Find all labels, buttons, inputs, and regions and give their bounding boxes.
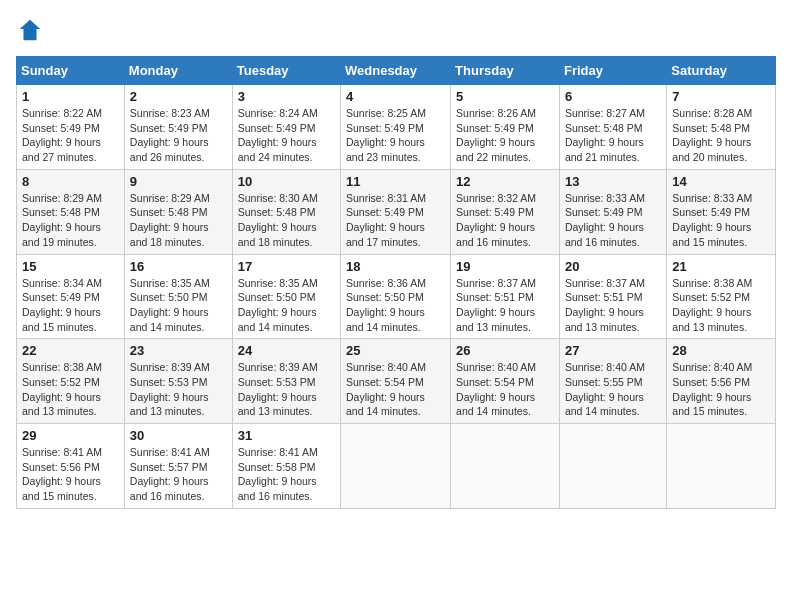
- calendar-cell: 29Sunrise: 8:41 AMSunset: 5:56 PMDayligh…: [17, 424, 125, 509]
- calendar-cell: 30Sunrise: 8:41 AMSunset: 5:57 PMDayligh…: [124, 424, 232, 509]
- day-number: 21: [672, 259, 770, 274]
- day-number: 13: [565, 174, 661, 189]
- day-info: Sunrise: 8:41 AMSunset: 5:58 PMDaylight:…: [238, 445, 335, 504]
- calendar-cell: 14Sunrise: 8:33 AMSunset: 5:49 PMDayligh…: [667, 169, 776, 254]
- calendar-cell: 21Sunrise: 8:38 AMSunset: 5:52 PMDayligh…: [667, 254, 776, 339]
- day-info: Sunrise: 8:40 AMSunset: 5:54 PMDaylight:…: [456, 360, 554, 419]
- day-info: Sunrise: 8:32 AMSunset: 5:49 PMDaylight:…: [456, 191, 554, 250]
- day-info: Sunrise: 8:25 AMSunset: 5:49 PMDaylight:…: [346, 106, 445, 165]
- day-number: 10: [238, 174, 335, 189]
- day-number: 7: [672, 89, 770, 104]
- svg-marker-0: [20, 20, 41, 41]
- day-info: Sunrise: 8:40 AMSunset: 5:56 PMDaylight:…: [672, 360, 770, 419]
- day-info: Sunrise: 8:22 AMSunset: 5:49 PMDaylight:…: [22, 106, 119, 165]
- day-number: 24: [238, 343, 335, 358]
- day-info: Sunrise: 8:27 AMSunset: 5:48 PMDaylight:…: [565, 106, 661, 165]
- calendar-cell: 17Sunrise: 8:35 AMSunset: 5:50 PMDayligh…: [232, 254, 340, 339]
- calendar-week-row: 1Sunrise: 8:22 AMSunset: 5:49 PMDaylight…: [17, 85, 776, 170]
- calendar-cell: 7Sunrise: 8:28 AMSunset: 5:48 PMDaylight…: [667, 85, 776, 170]
- day-info: Sunrise: 8:41 AMSunset: 5:57 PMDaylight:…: [130, 445, 227, 504]
- calendar-cell: 27Sunrise: 8:40 AMSunset: 5:55 PMDayligh…: [559, 339, 666, 424]
- calendar-week-row: 22Sunrise: 8:38 AMSunset: 5:52 PMDayligh…: [17, 339, 776, 424]
- day-number: 15: [22, 259, 119, 274]
- day-info: Sunrise: 8:29 AMSunset: 5:48 PMDaylight:…: [22, 191, 119, 250]
- day-number: 28: [672, 343, 770, 358]
- calendar-cell: 8Sunrise: 8:29 AMSunset: 5:48 PMDaylight…: [17, 169, 125, 254]
- calendar-cell: 23Sunrise: 8:39 AMSunset: 5:53 PMDayligh…: [124, 339, 232, 424]
- day-number: 11: [346, 174, 445, 189]
- day-info: Sunrise: 8:26 AMSunset: 5:49 PMDaylight:…: [456, 106, 554, 165]
- calendar-cell: 5Sunrise: 8:26 AMSunset: 5:49 PMDaylight…: [451, 85, 560, 170]
- day-info: Sunrise: 8:31 AMSunset: 5:49 PMDaylight:…: [346, 191, 445, 250]
- calendar-cell: 20Sunrise: 8:37 AMSunset: 5:51 PMDayligh…: [559, 254, 666, 339]
- calendar-header-wednesday: Wednesday: [341, 57, 451, 85]
- day-number: 5: [456, 89, 554, 104]
- day-number: 25: [346, 343, 445, 358]
- day-info: Sunrise: 8:33 AMSunset: 5:49 PMDaylight:…: [565, 191, 661, 250]
- day-number: 12: [456, 174, 554, 189]
- calendar-cell: 15Sunrise: 8:34 AMSunset: 5:49 PMDayligh…: [17, 254, 125, 339]
- calendar-cell: 10Sunrise: 8:30 AMSunset: 5:48 PMDayligh…: [232, 169, 340, 254]
- calendar-cell: 16Sunrise: 8:35 AMSunset: 5:50 PMDayligh…: [124, 254, 232, 339]
- calendar-cell: 6Sunrise: 8:27 AMSunset: 5:48 PMDaylight…: [559, 85, 666, 170]
- calendar-cell: 12Sunrise: 8:32 AMSunset: 5:49 PMDayligh…: [451, 169, 560, 254]
- calendar-cell: 24Sunrise: 8:39 AMSunset: 5:53 PMDayligh…: [232, 339, 340, 424]
- page-header: [16, 16, 776, 44]
- calendar-cell: 28Sunrise: 8:40 AMSunset: 5:56 PMDayligh…: [667, 339, 776, 424]
- calendar-cell: 3Sunrise: 8:24 AMSunset: 5:49 PMDaylight…: [232, 85, 340, 170]
- day-info: Sunrise: 8:39 AMSunset: 5:53 PMDaylight:…: [238, 360, 335, 419]
- day-number: 27: [565, 343, 661, 358]
- day-info: Sunrise: 8:40 AMSunset: 5:55 PMDaylight:…: [565, 360, 661, 419]
- day-info: Sunrise: 8:39 AMSunset: 5:53 PMDaylight:…: [130, 360, 227, 419]
- day-number: 19: [456, 259, 554, 274]
- calendar-cell: 11Sunrise: 8:31 AMSunset: 5:49 PMDayligh…: [341, 169, 451, 254]
- day-info: Sunrise: 8:40 AMSunset: 5:54 PMDaylight:…: [346, 360, 445, 419]
- day-info: Sunrise: 8:35 AMSunset: 5:50 PMDaylight:…: [238, 276, 335, 335]
- calendar-header-saturday: Saturday: [667, 57, 776, 85]
- logo: [16, 16, 46, 44]
- day-number: 17: [238, 259, 335, 274]
- day-number: 26: [456, 343, 554, 358]
- logo-icon: [16, 16, 44, 44]
- calendar-cell: [667, 424, 776, 509]
- day-number: 29: [22, 428, 119, 443]
- calendar-cell: 13Sunrise: 8:33 AMSunset: 5:49 PMDayligh…: [559, 169, 666, 254]
- calendar-cell: 25Sunrise: 8:40 AMSunset: 5:54 PMDayligh…: [341, 339, 451, 424]
- calendar-cell: 19Sunrise: 8:37 AMSunset: 5:51 PMDayligh…: [451, 254, 560, 339]
- calendar-week-row: 29Sunrise: 8:41 AMSunset: 5:56 PMDayligh…: [17, 424, 776, 509]
- day-number: 30: [130, 428, 227, 443]
- day-number: 8: [22, 174, 119, 189]
- calendar-cell: 31Sunrise: 8:41 AMSunset: 5:58 PMDayligh…: [232, 424, 340, 509]
- day-info: Sunrise: 8:36 AMSunset: 5:50 PMDaylight:…: [346, 276, 445, 335]
- day-number: 2: [130, 89, 227, 104]
- day-number: 22: [22, 343, 119, 358]
- day-info: Sunrise: 8:29 AMSunset: 5:48 PMDaylight:…: [130, 191, 227, 250]
- calendar-cell: 22Sunrise: 8:38 AMSunset: 5:52 PMDayligh…: [17, 339, 125, 424]
- calendar-header-tuesday: Tuesday: [232, 57, 340, 85]
- calendar-table: SundayMondayTuesdayWednesdayThursdayFrid…: [16, 56, 776, 509]
- day-number: 20: [565, 259, 661, 274]
- day-number: 14: [672, 174, 770, 189]
- day-info: Sunrise: 8:35 AMSunset: 5:50 PMDaylight:…: [130, 276, 227, 335]
- calendar-header-friday: Friday: [559, 57, 666, 85]
- day-info: Sunrise: 8:28 AMSunset: 5:48 PMDaylight:…: [672, 106, 770, 165]
- day-info: Sunrise: 8:38 AMSunset: 5:52 PMDaylight:…: [672, 276, 770, 335]
- day-number: 31: [238, 428, 335, 443]
- day-number: 18: [346, 259, 445, 274]
- calendar-header-sunday: Sunday: [17, 57, 125, 85]
- calendar-header-monday: Monday: [124, 57, 232, 85]
- day-info: Sunrise: 8:34 AMSunset: 5:49 PMDaylight:…: [22, 276, 119, 335]
- calendar-week-row: 15Sunrise: 8:34 AMSunset: 5:49 PMDayligh…: [17, 254, 776, 339]
- calendar-header-row: SundayMondayTuesdayWednesdayThursdayFrid…: [17, 57, 776, 85]
- calendar-cell: [341, 424, 451, 509]
- day-number: 6: [565, 89, 661, 104]
- day-info: Sunrise: 8:38 AMSunset: 5:52 PMDaylight:…: [22, 360, 119, 419]
- day-info: Sunrise: 8:30 AMSunset: 5:48 PMDaylight:…: [238, 191, 335, 250]
- day-number: 23: [130, 343, 227, 358]
- calendar-week-row: 8Sunrise: 8:29 AMSunset: 5:48 PMDaylight…: [17, 169, 776, 254]
- day-number: 16: [130, 259, 227, 274]
- day-number: 4: [346, 89, 445, 104]
- calendar-header-thursday: Thursday: [451, 57, 560, 85]
- calendar-cell: 2Sunrise: 8:23 AMSunset: 5:49 PMDaylight…: [124, 85, 232, 170]
- day-info: Sunrise: 8:23 AMSunset: 5:49 PMDaylight:…: [130, 106, 227, 165]
